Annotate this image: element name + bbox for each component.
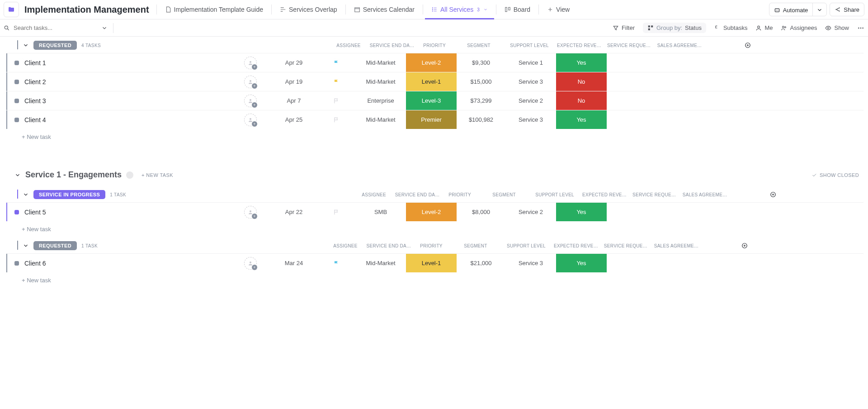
date-cell[interactable]: Apr 22 — [270, 203, 317, 221]
col-service-req[interactable]: SERVICE REQUE… — [629, 192, 679, 197]
assignee-cell[interactable]: + — [231, 203, 270, 221]
col-segment[interactable]: SEGMENT — [453, 43, 504, 48]
folder-button[interactable] — [4, 2, 19, 17]
col-segment[interactable]: SEGMENT — [450, 243, 501, 248]
new-task-inline[interactable]: + NEW TASK — [142, 172, 173, 178]
task-row[interactable]: Client 1 + Apr 29 Mid-Market Level-2 $9,… — [6, 53, 863, 72]
new-task-button[interactable]: + New task — [6, 129, 863, 145]
task-row[interactable]: Client 6 + Mar 24 Mid-Market Level-1 $21… — [6, 253, 863, 272]
service-cell[interactable]: Service 2 — [505, 91, 556, 110]
agreement-cell[interactable]: Yes — [556, 110, 607, 129]
col-priority[interactable]: PRIORITY — [412, 243, 450, 248]
priority-cell[interactable] — [317, 72, 355, 91]
task-name[interactable]: Client 5 — [24, 209, 46, 216]
tab-services-overlap[interactable]: Services Overlap — [274, 0, 344, 19]
col-assignee[interactable]: ASSIGNEE — [354, 192, 394, 197]
status-dot[interactable] — [14, 261, 19, 266]
list-title[interactable]: Service 1 - Engagements — [25, 170, 122, 180]
groupby-button[interactable]: Group by: Status — [643, 23, 706, 33]
priority-cell[interactable] — [317, 254, 355, 272]
segment-cell[interactable]: Mid-Market — [355, 72, 406, 91]
col-service-end[interactable]: SERVICE END DA… — [365, 243, 412, 248]
col-agreement[interactable]: SALES AGREEME… — [651, 243, 702, 248]
tab-services-calendar[interactable]: Services Calendar — [348, 0, 421, 19]
status-dot[interactable] — [14, 118, 19, 122]
col-support[interactable]: SUPPORT LEVEL — [529, 192, 580, 197]
col-agreement[interactable]: SALES AGREEME… — [654, 43, 705, 48]
col-agreement[interactable]: SALES AGREEME… — [679, 192, 730, 197]
col-service-end[interactable]: SERVICE END DA… — [394, 192, 441, 197]
task-name[interactable]: Client 6 — [24, 260, 46, 267]
priority-cell[interactable] — [317, 53, 355, 72]
task-name[interactable]: Client 4 — [24, 116, 46, 124]
chevron-down-icon[interactable] — [23, 42, 29, 48]
chevron-down-icon[interactable] — [23, 243, 29, 249]
tab-all-services[interactable]: All Services 3 — [425, 0, 494, 19]
new-task-button[interactable]: + New task — [6, 272, 863, 288]
col-service-req[interactable]: SERVICE REQUE… — [600, 243, 651, 248]
service-cell[interactable]: Service 3 — [505, 72, 556, 91]
agreement-cell[interactable]: Yes — [556, 203, 607, 221]
subtasks-button[interactable]: Subtasks — [714, 24, 747, 31]
segment-cell[interactable]: Mid-Market — [355, 110, 406, 129]
status-dot[interactable] — [14, 80, 19, 84]
revenue-cell[interactable]: $21,000 — [457, 254, 505, 272]
segment-cell[interactable]: Mid-Market — [355, 53, 406, 72]
chevron-down-icon[interactable] — [101, 25, 108, 31]
info-badge[interactable] — [126, 171, 133, 179]
share-button[interactable]: Share — [830, 3, 864, 16]
revenue-cell[interactable]: $15,000 — [457, 72, 505, 91]
agreement-cell[interactable]: Yes — [556, 53, 607, 72]
task-name[interactable]: Client 1 — [24, 59, 46, 67]
service-cell[interactable]: Service 3 — [505, 110, 556, 129]
tab-template-guide[interactable]: Implementation Template Guide — [159, 0, 269, 19]
me-button[interactable]: Me — [755, 24, 773, 31]
add-column-button[interactable] — [768, 190, 778, 200]
col-assignee[interactable]: ASSIGNEE — [329, 43, 368, 48]
status-pill[interactable]: REQUESTED — [33, 241, 77, 250]
segment-cell[interactable]: Mid-Market — [355, 254, 406, 272]
date-cell[interactable]: Apr 25 — [270, 110, 317, 129]
agreement-cell[interactable]: Yes — [556, 254, 607, 272]
tab-view-add[interactable]: View — [541, 0, 576, 19]
assignee-cell[interactable]: + — [231, 254, 270, 272]
support-cell[interactable]: Level-3 — [406, 91, 457, 110]
show-closed-button[interactable]: SHOW CLOSED — [811, 172, 859, 178]
support-cell[interactable]: Level-2 — [406, 203, 457, 221]
revenue-cell[interactable]: $9,300 — [457, 53, 505, 72]
task-row[interactable]: Client 5 + Apr 22 SMB Level-2 $8,000 Ser… — [6, 202, 863, 221]
chevron-down-icon[interactable] — [23, 191, 29, 198]
assignee-cell[interactable]: + — [231, 53, 270, 72]
revenue-cell[interactable]: $8,000 — [457, 203, 505, 221]
assignees-button[interactable]: Assignees — [781, 24, 817, 31]
task-row[interactable]: Client 3 + Apr 7 Enterprise Level-3 $73,… — [6, 91, 863, 110]
col-priority[interactable]: PRIORITY — [415, 43, 453, 48]
priority-cell[interactable] — [317, 203, 355, 221]
task-row[interactable]: Client 4 + Apr 25 Mid-Market Premier $10… — [6, 110, 863, 129]
more-icon[interactable] — [857, 24, 864, 32]
col-assignee[interactable]: ASSIGNEE — [326, 243, 365, 248]
revenue-cell[interactable]: $73,299 — [457, 91, 505, 110]
assignee-cell[interactable]: + — [231, 91, 270, 110]
search-input[interactable] — [14, 24, 98, 31]
assignee-cell[interactable]: + — [231, 110, 270, 129]
priority-cell[interactable] — [317, 91, 355, 110]
support-cell[interactable]: Premier — [406, 110, 457, 129]
agreement-cell[interactable]: No — [556, 91, 607, 110]
status-dot[interactable] — [14, 210, 19, 214]
filter-button[interactable]: Filter — [613, 24, 635, 31]
col-revenue[interactable]: EXPECTED REVE… — [552, 243, 600, 248]
col-support[interactable]: SUPPORT LEVEL — [501, 243, 552, 248]
support-cell[interactable]: Level-1 — [406, 254, 457, 272]
assignee-cell[interactable]: + — [231, 72, 270, 91]
segment-cell[interactable]: SMB — [355, 203, 406, 221]
date-cell[interactable]: Mar 24 — [270, 254, 317, 272]
task-name[interactable]: Client 3 — [24, 97, 46, 105]
add-column-button[interactable] — [740, 241, 750, 251]
support-cell[interactable]: Level-2 — [406, 53, 457, 72]
task-row[interactable]: Client 2 + Apr 19 Mid-Market Level-1 $15… — [6, 72, 863, 91]
date-cell[interactable]: Apr 7 — [270, 91, 317, 110]
automate-dropdown[interactable] — [812, 3, 826, 16]
agreement-cell[interactable]: No — [556, 72, 607, 91]
chevron-down-icon[interactable] — [14, 172, 21, 178]
